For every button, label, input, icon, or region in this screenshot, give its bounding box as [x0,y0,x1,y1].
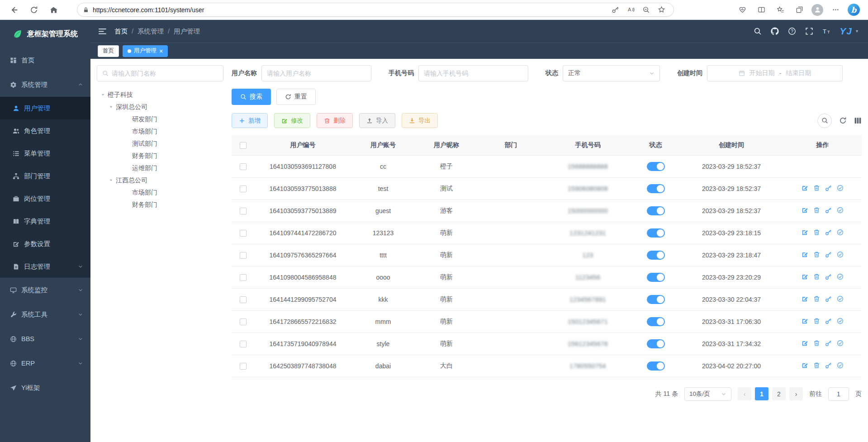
sidebar-subitem[interactable]: 岗位管理 [0,187,90,210]
assign-role-icon[interactable] [837,362,844,369]
reset-button[interactable]: 重置 [276,89,316,105]
edit-button[interactable]: 修改 [274,113,310,128]
delete-icon[interactable] [813,340,820,347]
search-button[interactable]: 搜索 [232,89,271,105]
address-bar[interactable]: https://ccnetcore.com:1101/system/user A [77,3,674,17]
columns-icon[interactable] [854,117,862,124]
edit-icon[interactable] [802,229,808,236]
split-screen-icon[interactable] [754,3,768,17]
status-toggle[interactable] [647,228,665,238]
tree-node[interactable]: 研发部门 [97,113,223,125]
browser-refresh-button[interactable] [26,2,42,18]
profile-avatar[interactable] [811,4,823,16]
tree-node[interactable]: 测试部门 [97,138,223,150]
row-checkbox[interactable] [240,296,247,303]
assign-role-icon[interactable] [837,295,844,302]
page-button[interactable]: 1 [755,387,768,400]
tree-node[interactable]: 深圳总公司 [97,101,223,113]
sidebar-subitem[interactable]: 用户管理 [0,97,90,119]
assign-role-icon[interactable] [837,273,844,280]
status-toggle[interactable] [647,273,665,282]
yj-logo[interactable]: YJ [840,26,852,37]
sidebar-item[interactable]: BBS [0,327,90,351]
status-toggle[interactable] [647,295,665,304]
status-toggle[interactable] [647,361,665,371]
goto-page-input[interactable] [828,387,849,401]
app-logo[interactable]: 意框架管理系统 [0,20,90,48]
edit-icon[interactable] [802,185,808,191]
edit-icon[interactable] [802,340,808,347]
row-checkbox[interactable] [240,252,247,259]
tree-node[interactable]: 财务部门 [97,199,223,211]
edit-icon[interactable] [802,295,808,302]
row-checkbox[interactable] [240,208,247,214]
sidebar-subitem[interactable]: 日志管理 [0,255,90,278]
reset-password-icon[interactable] [825,295,832,302]
tree-node[interactable]: 市场部门 [97,186,223,199]
delete-icon[interactable] [813,185,820,191]
assign-role-icon[interactable] [837,251,844,258]
reset-password-icon[interactable] [825,340,832,347]
reset-password-icon[interactable] [825,229,832,236]
row-checkbox[interactable] [240,274,247,281]
sidebar-subitem[interactable]: 字典管理 [0,210,90,233]
add-button[interactable]: 新增 [232,113,268,128]
delete-icon[interactable] [813,207,820,214]
collections-icon[interactable] [792,3,806,17]
favorites-bar-icon[interactable] [773,3,787,17]
help-icon[interactable]: ? [788,27,796,35]
sidebar-subitem[interactable]: 参数设置 [0,233,90,255]
font-size-icon[interactable]: TT [822,27,830,35]
sidebar-item[interactable]: Yi框架 [0,375,90,400]
breadcrumb-item[interactable]: 系统管理 [138,27,164,36]
assign-role-icon[interactable] [837,318,844,324]
status-toggle[interactable] [647,251,665,260]
lock-icon[interactable] [83,7,89,13]
row-checkbox[interactable] [240,230,247,237]
sidebar-item[interactable]: 系统监控 [0,278,90,302]
page-button[interactable]: 2 [772,387,786,400]
status-toggle[interactable] [647,339,665,348]
sidebar-item[interactable]: ERP [0,351,90,375]
tab-item[interactable]: 首页 [98,45,119,57]
reset-password-icon[interactable] [825,207,832,214]
delete-icon[interactable] [813,273,820,280]
prev-page-button[interactable]: ‹ [738,387,751,400]
zoom-icon[interactable] [639,3,653,17]
sidebar-subitem[interactable]: 角色管理 [0,119,90,142]
status-toggle[interactable] [647,184,665,193]
phone-input[interactable] [424,70,523,77]
tree-node[interactable]: 橙子科技 [97,89,223,101]
assign-role-icon[interactable] [837,185,844,191]
delete-icon[interactable] [813,295,820,302]
password-key-icon[interactable] [608,3,622,17]
next-page-button[interactable]: › [789,387,803,400]
sidebar-item[interactable]: 系统工具 [0,302,90,327]
hamburger-icon[interactable] [99,27,107,36]
edit-icon[interactable] [802,251,808,258]
status-select[interactable]: 正常 [563,65,660,81]
browser-essentials-icon[interactable] [735,3,749,17]
sidebar-subitem[interactable]: 部门管理 [0,165,90,187]
reset-password-icon[interactable] [825,318,832,324]
breadcrumb-item[interactable]: 首页 [114,27,128,36]
user-menu-caret-icon[interactable]: ▾ [856,29,858,33]
status-toggle[interactable] [647,317,665,326]
tree-node[interactable]: 市场部门 [97,125,223,138]
tab-close-icon[interactable]: × [159,48,163,54]
select-all-checkbox[interactable] [240,142,247,149]
assign-role-icon[interactable] [837,340,844,347]
tree-node[interactable]: 财务部门 [97,150,223,162]
edit-icon[interactable] [802,207,808,214]
assign-role-icon[interactable] [837,229,844,236]
reset-password-icon[interactable] [825,251,832,258]
edit-icon[interactable] [802,362,808,369]
row-checkbox[interactable] [240,185,247,192]
sidebar-item[interactable]: 系统管理 [0,72,90,97]
status-toggle[interactable] [647,162,665,171]
browser-home-button[interactable] [46,2,62,18]
import-button[interactable]: 导入 [359,113,395,128]
edit-icon[interactable] [802,273,808,280]
sidebar-item[interactable]: 首页 [0,48,90,72]
fullscreen-icon[interactable] [805,27,813,35]
